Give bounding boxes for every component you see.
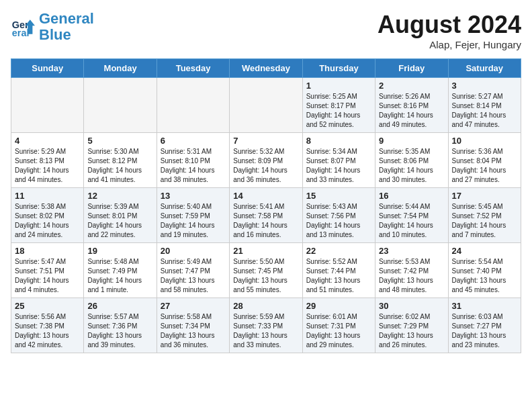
page-header: Gen eral General Blue August 2024 Alap, … bbox=[11, 11, 521, 50]
cell-info: Sunrise: 5:35 AM Sunset: 8:06 PM Dayligh… bbox=[379, 147, 444, 185]
day-number: 21 bbox=[233, 246, 298, 256]
cell-info: Sunrise: 5:36 AM Sunset: 8:04 PM Dayligh… bbox=[452, 147, 517, 185]
calendar-cell bbox=[11, 78, 84, 133]
cell-info: Sunrise: 5:32 AM Sunset: 8:09 PM Dayligh… bbox=[233, 147, 298, 185]
day-number: 14 bbox=[233, 191, 298, 201]
cell-info: Sunrise: 5:25 AM Sunset: 8:17 PM Dayligh… bbox=[306, 92, 371, 130]
calendar-cell: 22Sunrise: 5:52 AM Sunset: 7:44 PM Dayli… bbox=[302, 243, 375, 298]
calendar-cell: 21Sunrise: 5:50 AM Sunset: 7:45 PM Dayli… bbox=[230, 243, 302, 298]
month-title: August 2024 bbox=[378, 11, 521, 39]
calendar-cell: 10Sunrise: 5:36 AM Sunset: 8:04 PM Dayli… bbox=[448, 133, 521, 188]
day-number: 24 bbox=[452, 246, 517, 256]
calendar-cell: 6Sunrise: 5:31 AM Sunset: 8:10 PM Daylig… bbox=[157, 133, 229, 188]
calendar-table: SundayMondayTuesdayWednesdayThursdayFrid… bbox=[11, 58, 521, 353]
calendar-cell: 13Sunrise: 5:40 AM Sunset: 7:59 PM Dayli… bbox=[157, 188, 229, 243]
cell-info: Sunrise: 5:43 AM Sunset: 7:56 PM Dayligh… bbox=[306, 202, 371, 240]
cell-info: Sunrise: 5:31 AM Sunset: 8:10 PM Dayligh… bbox=[161, 147, 226, 185]
calendar-cell: 29Sunrise: 6:01 AM Sunset: 7:31 PM Dayli… bbox=[302, 298, 375, 353]
weekday-tuesday: Tuesday bbox=[157, 59, 229, 78]
logo: Gen eral General Blue bbox=[11, 11, 94, 43]
cell-info: Sunrise: 5:48 AM Sunset: 7:49 PM Dayligh… bbox=[87, 257, 152, 295]
day-number: 19 bbox=[87, 246, 152, 256]
location: Alap, Fejer, Hungary bbox=[378, 39, 521, 50]
day-number: 9 bbox=[379, 136, 444, 146]
cell-info: Sunrise: 5:40 AM Sunset: 7:59 PM Dayligh… bbox=[161, 202, 226, 240]
cell-info: Sunrise: 5:59 AM Sunset: 7:33 PM Dayligh… bbox=[233, 312, 298, 350]
cell-info: Sunrise: 6:02 AM Sunset: 7:29 PM Dayligh… bbox=[379, 312, 444, 350]
day-number: 1 bbox=[306, 81, 371, 91]
calendar-cell: 15Sunrise: 5:43 AM Sunset: 7:56 PM Dayli… bbox=[302, 188, 375, 243]
logo-icon: Gen eral bbox=[11, 15, 35, 39]
calendar-cell bbox=[230, 78, 302, 133]
day-number: 20 bbox=[161, 246, 226, 256]
cell-info: Sunrise: 5:30 AM Sunset: 8:12 PM Dayligh… bbox=[87, 147, 152, 185]
day-number: 13 bbox=[161, 191, 226, 201]
calendar-cell: 31Sunrise: 6:03 AM Sunset: 7:27 PM Dayli… bbox=[448, 298, 521, 353]
day-number: 17 bbox=[452, 191, 517, 201]
cell-info: Sunrise: 5:49 AM Sunset: 7:47 PM Dayligh… bbox=[161, 257, 226, 295]
cell-info: Sunrise: 5:47 AM Sunset: 7:51 PM Dayligh… bbox=[15, 257, 80, 295]
day-number: 23 bbox=[379, 246, 444, 256]
day-number: 8 bbox=[306, 136, 371, 146]
logo-line2: Blue bbox=[39, 26, 71, 43]
day-number: 27 bbox=[161, 301, 226, 311]
week-row-5: 25Sunrise: 5:56 AM Sunset: 7:38 PM Dayli… bbox=[11, 298, 521, 353]
cell-info: Sunrise: 5:57 AM Sunset: 7:36 PM Dayligh… bbox=[87, 312, 152, 350]
calendar-cell: 14Sunrise: 5:41 AM Sunset: 7:58 PM Dayli… bbox=[230, 188, 302, 243]
day-number: 22 bbox=[306, 246, 371, 256]
day-number: 4 bbox=[15, 136, 80, 146]
day-number: 30 bbox=[379, 301, 444, 311]
cell-info: Sunrise: 5:27 AM Sunset: 8:14 PM Dayligh… bbox=[452, 92, 517, 130]
weekday-wednesday: Wednesday bbox=[230, 59, 302, 78]
calendar-body: 1Sunrise: 5:25 AM Sunset: 8:17 PM Daylig… bbox=[11, 78, 521, 353]
calendar-cell: 26Sunrise: 5:57 AM Sunset: 7:36 PM Dayli… bbox=[84, 298, 157, 353]
svg-text:eral: eral bbox=[12, 28, 30, 39]
cell-info: Sunrise: 5:34 AM Sunset: 8:07 PM Dayligh… bbox=[306, 147, 371, 185]
logo-text: General Blue bbox=[39, 11, 94, 43]
day-number: 6 bbox=[161, 136, 226, 146]
cell-info: Sunrise: 5:41 AM Sunset: 7:58 PM Dayligh… bbox=[233, 202, 298, 240]
logo-line1: General bbox=[39, 10, 94, 27]
calendar-cell: 12Sunrise: 5:39 AM Sunset: 8:01 PM Dayli… bbox=[84, 188, 157, 243]
calendar-cell: 5Sunrise: 5:30 AM Sunset: 8:12 PM Daylig… bbox=[84, 133, 157, 188]
day-number: 7 bbox=[233, 136, 298, 146]
cell-info: Sunrise: 5:45 AM Sunset: 7:52 PM Dayligh… bbox=[452, 202, 517, 240]
day-number: 25 bbox=[15, 301, 80, 311]
cell-info: Sunrise: 5:26 AM Sunset: 8:16 PM Dayligh… bbox=[379, 92, 444, 130]
week-row-1: 1Sunrise: 5:25 AM Sunset: 8:17 PM Daylig… bbox=[11, 78, 521, 133]
day-number: 3 bbox=[452, 81, 517, 91]
day-number: 11 bbox=[15, 191, 80, 201]
cell-info: Sunrise: 5:50 AM Sunset: 7:45 PM Dayligh… bbox=[233, 257, 298, 295]
day-number: 2 bbox=[379, 81, 444, 91]
calendar-cell: 18Sunrise: 5:47 AM Sunset: 7:51 PM Dayli… bbox=[11, 243, 84, 298]
calendar-cell: 23Sunrise: 5:53 AM Sunset: 7:42 PM Dayli… bbox=[375, 243, 448, 298]
day-number: 16 bbox=[379, 191, 444, 201]
cell-info: Sunrise: 6:01 AM Sunset: 7:31 PM Dayligh… bbox=[306, 312, 371, 350]
weekday-monday: Monday bbox=[84, 59, 157, 78]
cell-info: Sunrise: 5:53 AM Sunset: 7:42 PM Dayligh… bbox=[379, 257, 444, 295]
cell-info: Sunrise: 5:39 AM Sunset: 8:01 PM Dayligh… bbox=[87, 202, 152, 240]
calendar-cell: 25Sunrise: 5:56 AM Sunset: 7:38 PM Dayli… bbox=[11, 298, 84, 353]
cell-info: Sunrise: 5:29 AM Sunset: 8:13 PM Dayligh… bbox=[15, 147, 80, 185]
calendar-cell bbox=[84, 78, 157, 133]
calendar-cell: 11Sunrise: 5:38 AM Sunset: 8:02 PM Dayli… bbox=[11, 188, 84, 243]
day-number: 28 bbox=[233, 301, 298, 311]
calendar-header: SundayMondayTuesdayWednesdayThursdayFrid… bbox=[11, 59, 521, 78]
weekday-friday: Friday bbox=[375, 59, 448, 78]
day-number: 29 bbox=[306, 301, 371, 311]
calendar-cell: 2Sunrise: 5:26 AM Sunset: 8:16 PM Daylig… bbox=[375, 78, 448, 133]
week-row-4: 18Sunrise: 5:47 AM Sunset: 7:51 PM Dayli… bbox=[11, 243, 521, 298]
calendar-cell: 28Sunrise: 5:59 AM Sunset: 7:33 PM Dayli… bbox=[230, 298, 302, 353]
week-row-2: 4Sunrise: 5:29 AM Sunset: 8:13 PM Daylig… bbox=[11, 133, 521, 188]
day-number: 15 bbox=[306, 191, 371, 201]
calendar-cell: 20Sunrise: 5:49 AM Sunset: 7:47 PM Dayli… bbox=[157, 243, 229, 298]
week-row-3: 11Sunrise: 5:38 AM Sunset: 8:02 PM Dayli… bbox=[11, 188, 521, 243]
calendar-cell: 30Sunrise: 6:02 AM Sunset: 7:29 PM Dayli… bbox=[375, 298, 448, 353]
calendar-cell: 1Sunrise: 5:25 AM Sunset: 8:17 PM Daylig… bbox=[302, 78, 375, 133]
calendar-cell: 4Sunrise: 5:29 AM Sunset: 8:13 PM Daylig… bbox=[11, 133, 84, 188]
cell-info: Sunrise: 5:58 AM Sunset: 7:34 PM Dayligh… bbox=[161, 312, 226, 350]
day-number: 31 bbox=[452, 301, 517, 311]
calendar-cell: 8Sunrise: 5:34 AM Sunset: 8:07 PM Daylig… bbox=[302, 133, 375, 188]
calendar-cell: 16Sunrise: 5:44 AM Sunset: 7:54 PM Dayli… bbox=[375, 188, 448, 243]
day-number: 26 bbox=[87, 301, 152, 311]
